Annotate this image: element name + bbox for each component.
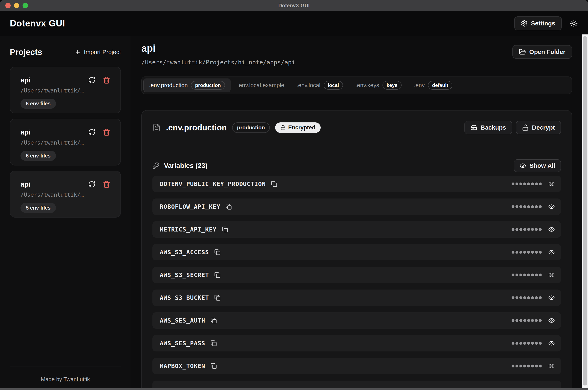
variable-row: AWS_S3_BUCKET — [152, 290, 561, 306]
trash-icon — [103, 181, 110, 188]
masked-dot — [515, 228, 518, 231]
variable-name: METRICS_API_KEY — [160, 226, 216, 233]
masked-value-dots — [512, 319, 542, 322]
project-card[interactable]: api /Users/twanluttik/… 5 env files — [10, 171, 121, 218]
project-card[interactable]: api /Users/twanluttik/… 6 env files — [10, 67, 121, 113]
copy-button[interactable] — [214, 295, 220, 301]
variables-header: Variables (23) Show All — [152, 159, 561, 172]
reveal-value-button[interactable] — [548, 203, 555, 210]
reveal-value-button[interactable] — [548, 363, 555, 369]
reveal-value-button[interactable] — [548, 294, 555, 301]
main-header: api /Users/twanluttik/Projects/hi_note/a… — [141, 43, 572, 66]
env-file-tab[interactable]: .env.keys keys — [350, 79, 407, 92]
variable-name: AWS_S3_BUCKET — [160, 294, 209, 301]
masked-dot — [515, 365, 518, 367]
copy-button[interactable] — [210, 340, 217, 346]
env-file-tab[interactable]: .env.local local — [291, 79, 349, 92]
copy-button[interactable] — [210, 317, 217, 324]
eye-icon — [548, 181, 555, 187]
eye-icon — [548, 340, 555, 346]
project-actions — [88, 76, 110, 84]
variable-row: METRICS_API_KEY — [152, 221, 561, 238]
masked-dot — [535, 342, 538, 345]
open-folder-button[interactable]: Open Folder — [512, 45, 572, 59]
copy-icon — [214, 295, 220, 301]
refresh-button[interactable] — [88, 129, 95, 136]
copy-button[interactable] — [226, 204, 232, 210]
masked-dot — [519, 205, 522, 208]
trash-icon — [103, 129, 110, 136]
encrypted-label: Encrypted — [288, 124, 315, 131]
delete-project-button[interactable] — [103, 129, 110, 136]
scrollbar-thumb[interactable] — [583, 36, 587, 386]
settings-button[interactable]: Settings — [514, 16, 562, 30]
masked-dot — [515, 296, 518, 299]
copy-button[interactable] — [214, 272, 220, 278]
masked-value-dots — [512, 274, 542, 276]
variable-row: AWS_SES_AUTH — [152, 312, 561, 329]
project-card[interactable]: api /Users/twanluttik/… 6 env files — [10, 119, 121, 165]
minimize-button[interactable] — [14, 3, 19, 8]
tab-badge: keys — [382, 81, 402, 90]
masked-value-dots — [512, 342, 542, 345]
reveal-value-button[interactable] — [548, 249, 555, 255]
refresh-icon — [88, 76, 95, 84]
reveal-value-button[interactable] — [548, 226, 555, 233]
masked-dot — [523, 342, 526, 345]
theme-toggle-button[interactable] — [570, 19, 578, 27]
env-file-tab[interactable]: .env.local.example — [232, 79, 290, 92]
masked-dot — [527, 274, 530, 276]
gear-icon — [521, 20, 528, 27]
close-button[interactable] — [5, 3, 11, 8]
masked-dot — [535, 183, 538, 185]
masked-value-dots — [512, 365, 542, 367]
traffic-lights — [5, 0, 28, 11]
reveal-value-button[interactable] — [548, 340, 555, 346]
folder-open-icon — [519, 49, 526, 55]
decrypt-button[interactable]: Decrypt — [516, 121, 561, 134]
panel-header: .env.production production Encrypted Bac… — [152, 121, 561, 134]
copy-button[interactable] — [210, 363, 217, 369]
copy-button[interactable] — [271, 181, 277, 187]
content-area: Projects Import Project api — [0, 36, 588, 390]
trash-icon — [103, 76, 110, 84]
lock-icon — [281, 125, 286, 130]
zoom-button[interactable] — [23, 3, 28, 8]
masked-dot — [531, 205, 534, 208]
scrollbar-track[interactable] — [582, 34, 588, 389]
masked-dot — [535, 296, 538, 299]
reveal-value-button[interactable] — [548, 317, 555, 324]
project-card-top: api — [20, 76, 110, 84]
refresh-button[interactable] — [88, 181, 95, 188]
masked-dot — [523, 205, 526, 208]
copy-button[interactable] — [214, 249, 220, 255]
variable-row: AWS_S3_SECRET — [152, 267, 561, 283]
sidebar-footer: Made by TwanLuttik — [10, 366, 121, 390]
refresh-button[interactable] — [88, 76, 95, 84]
masked-dot — [531, 319, 534, 322]
plus-icon — [75, 49, 81, 55]
copy-button[interactable] — [222, 226, 228, 233]
delete-project-button[interactable] — [103, 181, 110, 188]
import-project-button[interactable]: Import Project — [75, 49, 121, 55]
backups-label: Backups — [480, 124, 506, 131]
masked-dot — [512, 205, 514, 208]
masked-dot — [535, 319, 538, 322]
backups-button[interactable]: Backups — [464, 121, 512, 134]
reveal-value-button[interactable] — [548, 272, 555, 278]
refresh-icon — [88, 129, 95, 136]
delete-project-button[interactable] — [103, 76, 110, 84]
import-project-label: Import Project — [84, 49, 121, 55]
show-all-button[interactable]: Show All — [514, 159, 561, 172]
env-file-name: .env.production — [166, 123, 227, 132]
author-link[interactable]: TwanLuttik — [64, 376, 90, 382]
reveal-value-button[interactable] — [548, 181, 555, 187]
masked-dot — [531, 183, 534, 185]
tab-label: .env — [414, 82, 425, 89]
masked-dot — [512, 183, 514, 185]
masked-dot — [515, 251, 518, 254]
env-file-tab[interactable]: .env.production production — [143, 79, 230, 92]
env-file-tab[interactable]: .env default — [408, 79, 458, 92]
settings-label: Settings — [531, 20, 555, 27]
variable-row: AWS_SES_PASS — [152, 335, 561, 351]
